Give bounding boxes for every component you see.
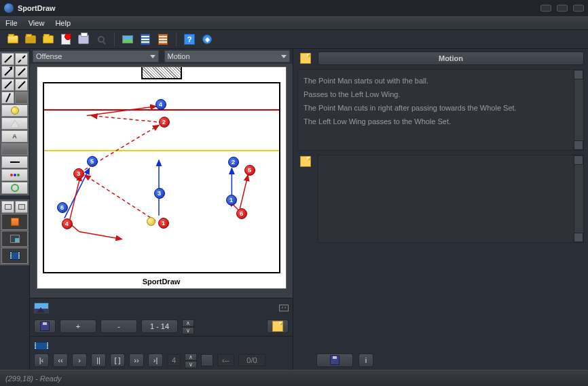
- play-title: Motion: [318, 52, 584, 65]
- mountain-icon: [34, 303, 49, 313]
- menu-view[interactable]: View: [29, 19, 45, 27]
- spin-up[interactable]: ∧: [182, 320, 194, 327]
- disabled-tool-2: [1, 143, 28, 155]
- remove-frame-button[interactable]: -: [100, 320, 137, 333]
- info-button[interactable]: i: [359, 353, 373, 367]
- play-dropdown[interactable]: Motion: [164, 50, 291, 62]
- spin-up[interactable]: ∧: [185, 353, 197, 361]
- player-red-5[interactable]: 5: [244, 165, 255, 176]
- spin-down[interactable]: ∨: [182, 327, 194, 334]
- cross-line-tool[interactable]: [15, 79, 28, 91]
- playback-mode-button[interactable]: [201, 354, 213, 366]
- menu-preset-button[interactable]: [1, 231, 28, 247]
- position-label: 0/0: [238, 354, 265, 366]
- description-line: Passes to the Left Low Wing.: [304, 88, 578, 101]
- save-frame-button[interactable]: [34, 320, 56, 333]
- category-dropdown-value: Offense: [36, 52, 62, 60]
- open-folder-button[interactable]: [5, 32, 20, 47]
- player-blue-6[interactable]: 6: [57, 202, 68, 213]
- window-close-button[interactable]: [573, 5, 584, 12]
- toolbar-separator: [114, 33, 115, 46]
- playback-play-button[interactable]: ›: [72, 353, 87, 367]
- save-button[interactable]: [23, 32, 38, 47]
- notes-icon-2: [300, 156, 311, 167]
- line-tool[interactable]: [1, 53, 14, 65]
- player-red-2[interactable]: 2: [159, 117, 170, 128]
- frame-number-field[interactable]: 4: [167, 354, 181, 366]
- menu-file[interactable]: File: [5, 19, 18, 27]
- player-red-6[interactable]: 6: [236, 208, 247, 219]
- scrollbar[interactable]: [574, 155, 583, 242]
- block-line-tool[interactable]: [1, 79, 14, 91]
- player-blue-1[interactable]: 1: [226, 195, 237, 206]
- orange-preset-button[interactable]: [1, 214, 28, 230]
- playback-pause-button[interactable]: ||: [91, 353, 106, 367]
- playback-bracket-button[interactable]: [ ]: [110, 353, 125, 367]
- window-maximize-button[interactable]: [557, 5, 568, 12]
- menu-help[interactable]: Help: [55, 19, 71, 27]
- spin-down[interactable]: ∨: [185, 361, 197, 368]
- player-red-3[interactable]: 3: [73, 168, 84, 179]
- description-line: The Point Man cuts in right after passin…: [304, 101, 578, 115]
- frame-spin[interactable]: ∧∨: [185, 353, 197, 367]
- drawing-canvas[interactable]: 453621234156 SportDraw: [37, 66, 287, 289]
- window-minimize-button[interactable]: [540, 5, 551, 12]
- playback-ff-button[interactable]: ››: [129, 353, 144, 367]
- app-title: SportDraw: [18, 4, 56, 12]
- scroll-up-button[interactable]: [574, 155, 583, 165]
- new-doc-button[interactable]: [58, 32, 73, 47]
- status-text: (299,18) - Ready: [5, 374, 62, 383]
- category-dropdown[interactable]: Offense: [33, 50, 159, 62]
- zoom-button[interactable]: [94, 32, 109, 47]
- text-tool[interactable]: A: [1, 130, 28, 142]
- aux-tool-1[interactable]: [1, 201, 14, 213]
- save-notes-button[interactable]: [316, 353, 353, 367]
- player-blue-2[interactable]: 2: [228, 157, 239, 168]
- range-spin[interactable]: ∧∨: [182, 320, 194, 333]
- scroll-down-button[interactable]: [574, 140, 583, 150]
- list-orange-button[interactable]: [155, 32, 170, 47]
- playback-first-button[interactable]: |‹: [34, 353, 49, 367]
- description-line: The Left Low Wing passes to the Whole Se…: [304, 115, 578, 128]
- print-button[interactable]: [76, 32, 91, 47]
- player-blue-5[interactable]: 5: [87, 156, 98, 167]
- image-button[interactable]: [120, 32, 135, 47]
- color-tool[interactable]: [1, 169, 28, 181]
- playback-last-button[interactable]: ›|: [148, 353, 163, 367]
- playback-rewind-button[interactable]: ‹‹: [53, 353, 68, 367]
- freehand-tool[interactable]: [1, 92, 14, 104]
- play-description[interactable]: The Point Man starts out with the ball. …: [297, 69, 584, 151]
- player-blue-4[interactable]: 4: [155, 99, 166, 110]
- disabled-tool: [15, 92, 28, 104]
- collapse-icon[interactable]: ‹ ›: [279, 305, 289, 311]
- player-red-1[interactable]: 1: [158, 218, 169, 229]
- add-frame-button[interactable]: +: [60, 320, 96, 333]
- line-style-tool[interactable]: [1, 156, 28, 168]
- list-blue-button[interactable]: [138, 32, 153, 47]
- notes-textbox[interactable]: [318, 155, 584, 243]
- goal-icon: [141, 67, 182, 79]
- film-icon: [34, 342, 49, 350]
- about-button[interactable]: ◆: [200, 32, 215, 47]
- scroll-down-button[interactable]: [574, 233, 583, 242]
- dashed-line-tool[interactable]: [15, 53, 28, 65]
- help-button[interactable]: ?: [182, 32, 197, 47]
- target-tool[interactable]: [1, 182, 28, 194]
- double-arrow-tool[interactable]: [15, 66, 28, 78]
- ball-icon[interactable]: [147, 217, 155, 226]
- description-line: The Point Man starts out with the ball.: [304, 74, 578, 88]
- swap-label[interactable]: ‹--: [217, 354, 234, 366]
- scrollbar[interactable]: [574, 70, 583, 150]
- scroll-up-button[interactable]: [574, 70, 583, 79]
- notes-button[interactable]: [267, 320, 289, 333]
- cone-tool[interactable]: [1, 117, 28, 130]
- arrow-tool[interactable]: [1, 66, 14, 78]
- aux-tool-2[interactable]: [15, 201, 28, 213]
- app-icon: [4, 3, 14, 13]
- ball-tool[interactable]: [1, 104, 28, 117]
- film-preset-button[interactable]: [1, 248, 28, 264]
- player-blue-3[interactable]: 3: [154, 188, 165, 199]
- toolbar-separator: [176, 33, 177, 46]
- player-red-4[interactable]: 4: [62, 218, 73, 229]
- folder-button[interactable]: [41, 32, 56, 47]
